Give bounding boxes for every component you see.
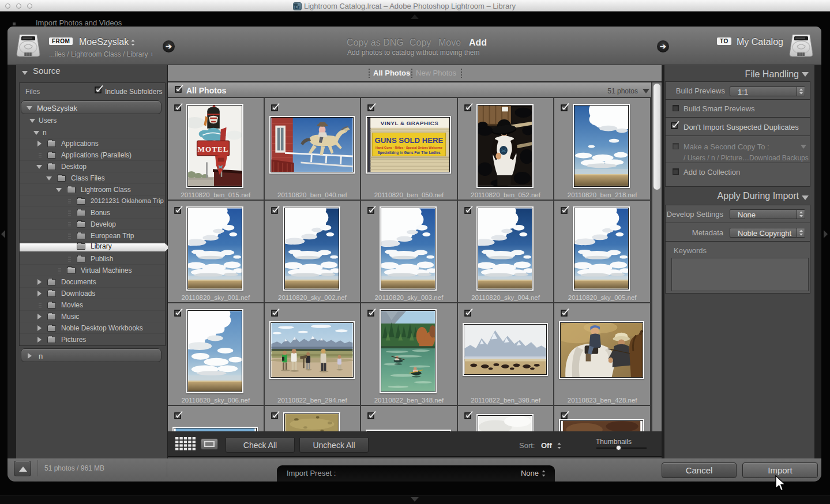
svg-text:MOTEL: MOTEL <box>198 145 229 153</box>
svg-text:Hand Guns - Rifles - Special O: Hand Guns - Rifles - Special Orders Welc… <box>375 146 442 149</box>
svg-text:GUNS SOLD HERE: GUNS SOLD HERE <box>375 136 444 145</box>
svg-text:Specializing in Guns For The L: Specializing in Guns For The Ladies <box>378 151 441 155</box>
svg-text:VINYL & GRAPHICS: VINYL & GRAPHICS <box>381 120 439 126</box>
